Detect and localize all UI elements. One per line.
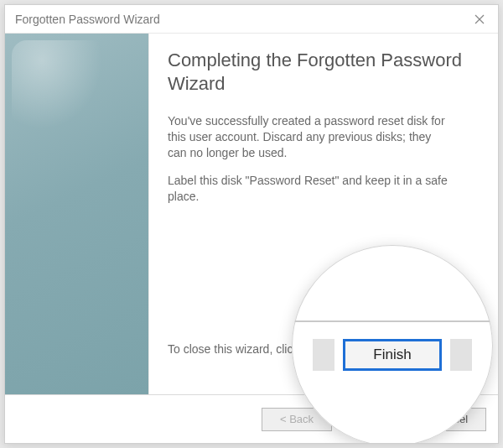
- wizard-paragraph-1: You've successfully created a password r…: [168, 113, 453, 161]
- close-button[interactable]: [469, 9, 490, 29]
- wizard-paragraph-2: Label this disk "Password Reset" and kee…: [168, 173, 453, 205]
- cancel-button[interactable]: Cancel: [416, 408, 486, 431]
- wizard-content: Completing the Forgotten Password Wizard…: [149, 34, 498, 394]
- wizard-side-graphic: [5, 34, 149, 394]
- dialog-window: Forgotten Password Wizard Completing the…: [4, 4, 499, 444]
- window-title: Forgotten Password Wizard: [15, 13, 160, 26]
- finish-button-highlighted[interactable]: Finish: [343, 339, 442, 371]
- finish-button[interactable]: Finish: [339, 408, 409, 431]
- wizard-footer: < Back Finish Cancel: [5, 394, 498, 443]
- titlebar: Forgotten Password Wizard: [5, 5, 498, 34]
- close-icon: [474, 14, 485, 24]
- back-button[interactable]: < Back: [262, 408, 332, 431]
- wizard-heading: Completing the Forgotten Password Wizard: [168, 49, 476, 95]
